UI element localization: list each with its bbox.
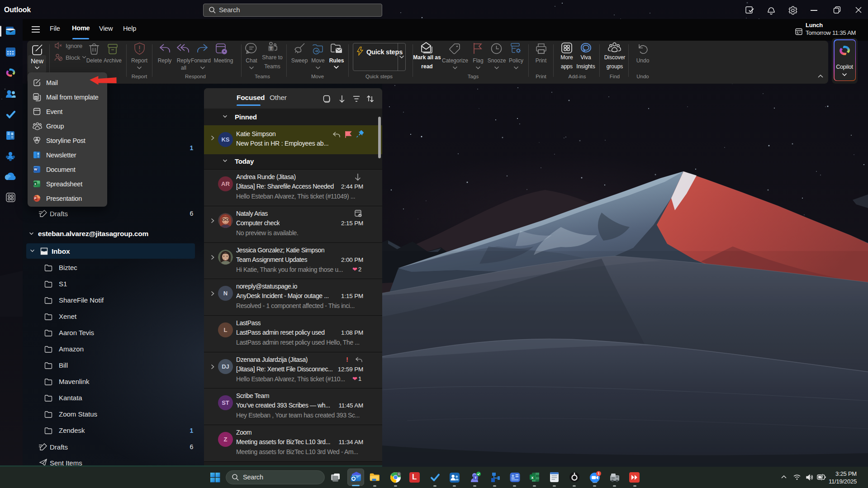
svg-text:1: 1 [598,472,600,475]
svg-text:T: T [474,476,477,480]
svg-text:T: T [270,46,272,51]
svg-text:W: W [34,167,38,171]
svg-text:x: x [34,182,36,185]
svg-text:P: P [34,196,37,200]
svg-text:zoom: zoom [593,481,598,483]
svg-text:x: x [531,475,533,480]
svg-text:E: E [398,473,400,475]
